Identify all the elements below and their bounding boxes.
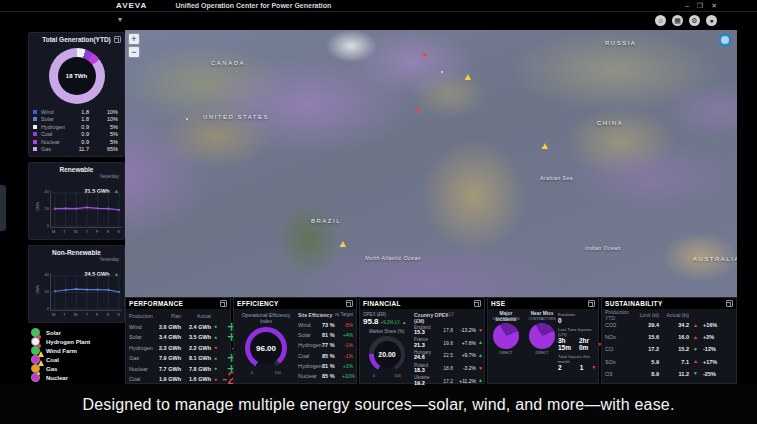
sustainability-panel: SUSTAINABILITY Production YTDLimit (kt)A… <box>601 297 737 384</box>
apps-icon[interactable]: ▦ <box>672 15 683 26</box>
opex-change-value: -13.2% <box>456 327 478 333</box>
non-renewable-trend-chart[interactable]: GWh 40200MTWTFSS <box>43 273 123 319</box>
country-opex-row: France21.319.8+7.6%▲ <box>414 337 482 350</box>
chevron-down-icon[interactable]: ▾ <box>118 15 122 24</box>
site-efficiency-row: Hydrogen77 %-1% <box>298 340 353 350</box>
x-tick: F <box>96 312 98 317</box>
expand-icon[interactable] <box>114 36 121 43</box>
map-region-label: CHINA <box>597 120 623 126</box>
map-legend-item: Wind Farm <box>32 346 125 355</box>
caption-bar: Designed to manage multiple energy sourc… <box>0 385 757 424</box>
basemap-layers-icon[interactable] <box>719 34 731 46</box>
vs-target-value: +4% <box>342 332 353 338</box>
vs-target-value: +1% <box>342 363 353 369</box>
x-tick: F <box>96 229 98 234</box>
limit-value: 5.9 <box>637 356 663 368</box>
expand-icon[interactable] <box>726 300 733 307</box>
restore-button[interactable]: ❐ <box>697 1 703 11</box>
expand-icon[interactable] <box>588 300 595 307</box>
column-header: Actual <box>184 311 214 322</box>
plot-area <box>50 190 122 228</box>
trend-up-icon: ▲ <box>478 378 484 383</box>
fatalities-value: 0 <box>558 317 562 324</box>
status-dot-icon: ● <box>214 353 222 364</box>
efficiency-gauge: 96.00 <box>245 327 287 369</box>
lock-icon[interactable]: ● <box>706 15 717 26</box>
actual-value: 2.2 GWh <box>184 343 214 354</box>
opex-current-value: 18.3 <box>414 368 440 374</box>
donut-legend-row: Wind1.810% <box>33 108 120 116</box>
actual-value: 3.5 GWh <box>184 332 214 343</box>
zoom-out-button[interactable]: − <box>128 46 140 58</box>
legend-label: Hydrogen <box>41 124 75 130</box>
legend-swatch <box>33 140 37 144</box>
donut-legend-row: Nuclear0.95% <box>33 138 120 146</box>
world-map[interactable]: + − CANADAUNITED STATESRUSSIACHINABRAZIL… <box>125 30 737 297</box>
plot-area <box>50 273 122 311</box>
map-legend-item: Nuclear <box>32 373 125 382</box>
generation-donut-chart[interactable]: 18 TWh <box>49 48 105 104</box>
non-renewable-card: Non-Renewable Yesterday 24.5 GWh ▲ GWh 4… <box>28 245 125 323</box>
operational-efficiency-label: Operational Efficiency Index <box>237 312 295 324</box>
map-legend-label: Coal <box>46 357 59 363</box>
trend-up-icon: ▲ <box>693 356 703 368</box>
app-title: Unified Operation Center for Power Gener… <box>175 2 331 9</box>
gas-icon <box>32 365 39 372</box>
renewable-trend-chart[interactable]: GWh 40200MTWTFSS <box>43 190 123 236</box>
injuries-value-2: 1 <box>570 364 584 371</box>
site-efficiency-row: Wind73 %-5% <box>298 320 353 330</box>
column-header: Limit (kt) <box>637 311 663 319</box>
status-dot-icon: ● <box>214 322 222 333</box>
zoom-in-button[interactable]: + <box>128 33 140 45</box>
legend-swatch <box>33 110 37 114</box>
row-label: SOx <box>605 356 637 368</box>
map-legend-item: Hydrogen Plant <box>32 337 125 346</box>
row-label: CO <box>605 343 637 355</box>
market-share-gauge: 20.00 <box>369 336 405 372</box>
expand-icon[interactable] <box>474 300 481 307</box>
total-generation-card: Total Generation(YTD) 18 TWh Wind1.810%S… <box>28 32 125 157</box>
trend-up-icon: ▲ <box>478 353 484 358</box>
hse-pie-chart <box>493 323 519 349</box>
status-dot-icon: ● <box>214 374 222 385</box>
x-tick: T <box>86 229 88 234</box>
toolbar-icons: ⌂▦⚙● <box>655 15 717 26</box>
vs-target-value: +10% <box>342 373 355 379</box>
legend-value: 0.9 <box>75 124 93 130</box>
opex-ly-value: 19.8 <box>440 340 456 346</box>
renewable-card: Renewable Yesterday 21.5 GWh ▲ GWh 40200… <box>28 162 125 240</box>
row-label: Solar <box>129 332 156 343</box>
donut-center-value: 18 TWh <box>66 73 87 79</box>
settings-gear-icon[interactable]: ⚙ <box>689 15 700 26</box>
x-axis-ticks: MTWTFSS <box>50 229 122 234</box>
home-icon[interactable]: ⌂ <box>655 15 666 26</box>
map-legend-item: Gas <box>32 364 125 373</box>
efficiency-value: 73 % <box>322 322 342 328</box>
opex-ly-value: 17.2 <box>440 378 456 384</box>
column-header <box>703 311 733 319</box>
efficiency-value: 77 % <box>322 342 342 348</box>
sidebar-collapse-handle[interactable] <box>0 185 6 231</box>
plan-value: 2.3 GWh <box>156 343 184 354</box>
close-button[interactable]: ✕ <box>711 1 717 11</box>
expand-icon[interactable] <box>346 300 353 307</box>
x-tick: T <box>86 312 88 317</box>
row-label: Hydrogen <box>298 342 322 348</box>
legend-swatch <box>33 147 37 151</box>
map-region-label: Indian Ocean <box>585 245 621 251</box>
y-tick: 40 <box>42 190 49 194</box>
trend-down-icon: ▼ <box>478 366 484 371</box>
column-header: Plan <box>156 311 184 322</box>
opex-current-value: 15.3 <box>414 330 440 336</box>
x-tick: M <box>52 312 55 317</box>
column-header: Production YTD <box>605 311 637 319</box>
sustainability-title: SUSTAINABILITY <box>605 300 663 307</box>
map-legend-item: Solar <box>32 328 125 337</box>
x-tick: S <box>117 229 120 234</box>
expand-icon[interactable] <box>220 300 227 307</box>
legend-value: 11.7 <box>75 146 93 152</box>
map-region-label: North Atlantic Ocean <box>365 255 421 261</box>
x-tick: S <box>107 312 110 317</box>
limit-value: 15.6 <box>637 331 663 343</box>
minimize-button[interactable]: – <box>685 1 689 11</box>
